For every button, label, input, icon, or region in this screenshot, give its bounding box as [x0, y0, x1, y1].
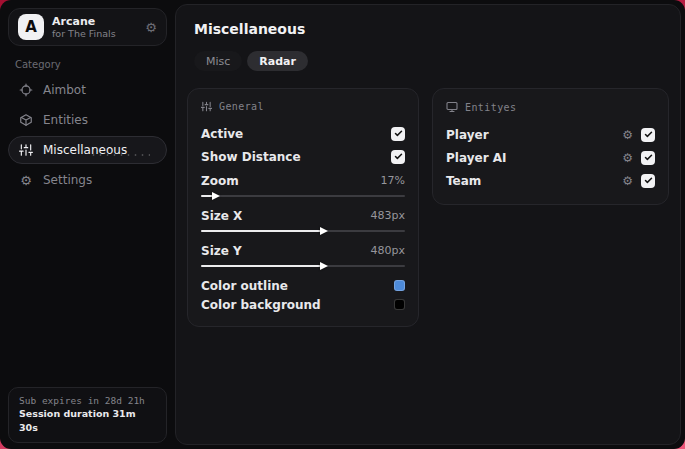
general-panel-header: General	[201, 101, 405, 112]
entities-panel-title: Entityes	[465, 102, 516, 113]
tab-radar[interactable]: Radar	[247, 51, 308, 71]
size-x-slider-fill	[201, 230, 321, 232]
setting-row-zoom: Zoom 17%	[201, 171, 405, 197]
brand-text: Arcane for The Finals	[52, 15, 116, 40]
size-y-value: 480px	[371, 244, 406, 257]
player-ai-checkbox[interactable]	[641, 151, 655, 165]
gear-icon[interactable]: ⚙	[622, 129, 633, 141]
color-outline-swatch[interactable]	[394, 280, 405, 291]
setting-row-color-outline: Color outline	[201, 276, 405, 295]
brand-subtitle: for The Finals	[52, 28, 116, 39]
zoom-slider[interactable]	[201, 195, 405, 197]
brand-title: Arcane	[52, 15, 116, 28]
sliders-icon	[201, 101, 212, 112]
subscription-card: Sub expires in 28d 21h Session duration …	[8, 387, 167, 443]
general-panel: General Active Show Distance Z	[187, 88, 419, 327]
entity-label: Player	[446, 128, 489, 142]
zoom-value: 17%	[381, 174, 405, 187]
setting-label: Show Distance	[201, 150, 301, 164]
sidebar-item-settings[interactable]: ⚙ Settings	[8, 166, 167, 194]
main-panel: Miscellaneous Misc Radar General Active	[175, 4, 681, 445]
monitor-icon	[446, 101, 458, 113]
size-x-slider-thumb[interactable]	[320, 227, 328, 235]
setting-row-size-y: Size Y 480px	[201, 241, 405, 267]
sidebar-item-aimbot[interactable]: Aimbot	[8, 76, 167, 104]
sidebar-item-label: Miscellaneous	[43, 143, 127, 157]
entities-panel: Entityes Player ⚙ Player AI ⚙	[432, 88, 669, 205]
sidebar-item-label: Aimbot	[43, 83, 86, 97]
entity-row-team: Team ⚙	[446, 169, 655, 192]
setting-label: Color outline	[201, 279, 288, 293]
sidebar: A Arcane for The Finals ⚙ Category Aimbo…	[0, 0, 175, 449]
page-title: Miscellaneous	[194, 21, 662, 37]
app-window: A Arcane for The Finals ⚙ Category Aimbo…	[0, 0, 685, 449]
entity-label: Player AI	[446, 151, 506, 165]
setting-label: Active	[201, 127, 243, 141]
sliders-icon	[19, 143, 33, 157]
setting-label: Zoom	[201, 174, 239, 188]
zoom-slider-thumb[interactable]	[212, 192, 220, 200]
category-label: Category	[15, 59, 175, 70]
size-y-slider[interactable]	[201, 265, 405, 267]
tab-misc[interactable]: Misc	[194, 51, 242, 71]
general-panel-title: General	[219, 101, 264, 112]
setting-row-size-x: Size X 483px	[201, 206, 405, 232]
setting-row-show-distance: Show Distance	[201, 145, 405, 168]
color-background-swatch[interactable]	[394, 299, 405, 310]
size-x-value: 483px	[371, 209, 406, 222]
session-duration-text: Session duration 31m 30s	[19, 407, 156, 435]
sub-expiry-text: Sub expires in 28d 21h	[19, 394, 156, 408]
zoom-slider-fill	[201, 195, 213, 197]
gear-icon[interactable]: ⚙	[622, 175, 633, 187]
team-checkbox[interactable]	[641, 174, 655, 188]
brand-logo: A	[18, 14, 44, 40]
entity-label: Team	[446, 174, 481, 188]
brand-card: A Arcane for The Finals ⚙	[8, 8, 167, 46]
entity-row-player-ai: Player AI ⚙	[446, 146, 655, 169]
entity-row-player: Player ⚙	[446, 123, 655, 146]
panels-row: General Active Show Distance Z	[187, 88, 669, 327]
cube-icon	[19, 113, 33, 127]
gear-icon[interactable]: ⚙	[145, 21, 157, 34]
sidebar-item-miscellaneous[interactable]: Miscellaneous	[8, 136, 167, 164]
setting-label: Size X	[201, 209, 242, 223]
sidebar-item-entities[interactable]: Entities	[8, 106, 167, 134]
active-checkbox[interactable]	[391, 127, 405, 141]
size-y-slider-thumb[interactable]	[320, 262, 328, 270]
size-x-slider[interactable]	[201, 230, 405, 232]
show-distance-checkbox[interactable]	[391, 150, 405, 164]
gear-icon[interactable]: ⚙	[622, 152, 633, 164]
brand-initial: A	[25, 18, 37, 36]
entities-panel-header: Entityes	[446, 101, 655, 113]
player-checkbox[interactable]	[641, 128, 655, 142]
setting-label: Color background	[201, 298, 321, 312]
sidebar-item-label: Entities	[43, 113, 88, 127]
crosshair-icon	[19, 83, 33, 97]
sidebar-item-label: Settings	[43, 173, 92, 187]
tab-bar: Misc Radar	[194, 51, 662, 71]
size-y-slider-fill	[201, 265, 321, 267]
sidebar-nav: Aimbot Entities Miscellaneous	[0, 76, 175, 194]
gear-icon: ⚙	[19, 173, 33, 188]
setting-row-color-background: Color background	[201, 295, 405, 314]
setting-label: Size Y	[201, 244, 242, 258]
setting-row-active: Active	[201, 122, 405, 145]
